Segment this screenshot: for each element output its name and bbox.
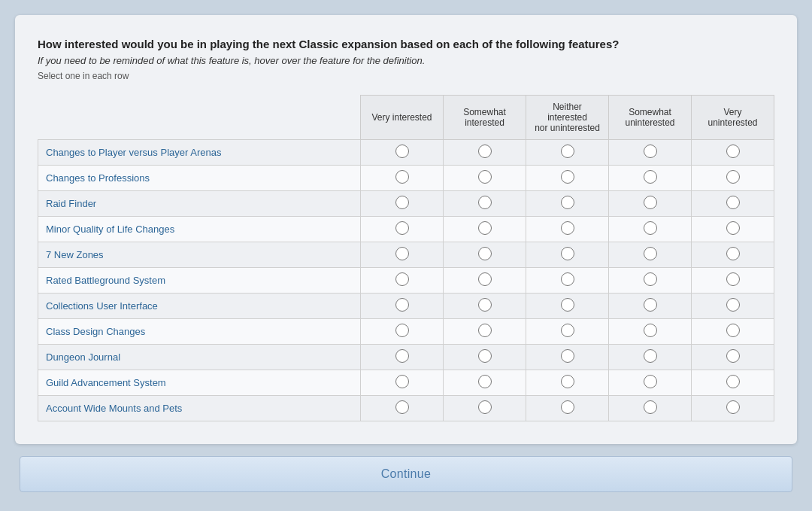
radio-input[interactable] — [644, 247, 657, 260]
radio-input[interactable] — [395, 170, 409, 184]
radio-input[interactable] — [478, 221, 492, 235]
radio-input[interactable] — [478, 247, 492, 260]
radio-input[interactable] — [561, 324, 574, 337]
radio-input[interactable] — [726, 298, 740, 312]
radio-cell[interactable] — [361, 268, 444, 294]
radio-input[interactable] — [726, 144, 740, 158]
radio-cell[interactable] — [526, 294, 609, 319]
radio-input[interactable] — [726, 196, 740, 209]
radio-input[interactable] — [395, 375, 409, 388]
radio-cell[interactable] — [361, 191, 444, 217]
radio-input[interactable] — [644, 400, 657, 414]
radio-cell[interactable] — [692, 166, 774, 191]
radio-input[interactable] — [561, 170, 574, 184]
radio-cell[interactable] — [444, 294, 526, 319]
radio-cell[interactable] — [444, 319, 526, 345]
radio-cell[interactable] — [444, 166, 526, 191]
radio-cell[interactable] — [526, 396, 609, 421]
radio-cell[interactable] — [526, 370, 609, 396]
radio-input[interactable] — [395, 272, 409, 286]
radio-input[interactable] — [395, 324, 409, 337]
radio-input[interactable] — [644, 144, 657, 158]
radio-cell[interactable] — [692, 370, 774, 396]
radio-input[interactable] — [395, 247, 409, 260]
radio-input[interactable] — [726, 324, 740, 337]
radio-cell[interactable] — [692, 140, 774, 166]
radio-input[interactable] — [644, 170, 657, 184]
radio-cell[interactable] — [526, 242, 609, 268]
radio-input[interactable] — [726, 170, 740, 184]
radio-cell[interactable] — [692, 217, 774, 242]
radio-input[interactable] — [395, 349, 409, 363]
radio-cell[interactable] — [692, 345, 774, 370]
radio-input[interactable] — [561, 272, 574, 286]
radio-cell[interactable] — [609, 319, 692, 345]
radio-input[interactable] — [726, 375, 740, 388]
radio-input[interactable] — [478, 144, 492, 158]
radio-cell[interactable] — [361, 319, 444, 345]
radio-cell[interactable] — [526, 217, 609, 242]
radio-input[interactable] — [561, 196, 574, 209]
radio-cell[interactable] — [526, 191, 609, 217]
radio-input[interactable] — [395, 196, 409, 209]
radio-cell[interactable] — [692, 242, 774, 268]
radio-cell[interactable] — [692, 319, 774, 345]
radio-cell[interactable] — [692, 396, 774, 421]
radio-input[interactable] — [726, 272, 740, 286]
continue-button[interactable]: Continue — [20, 456, 792, 492]
radio-cell[interactable] — [444, 370, 526, 396]
radio-input[interactable] — [644, 375, 657, 388]
radio-cell[interactable] — [692, 268, 774, 294]
radio-cell[interactable] — [361, 370, 444, 396]
radio-cell[interactable] — [526, 140, 609, 166]
radio-cell[interactable] — [609, 396, 692, 421]
radio-cell[interactable] — [609, 242, 692, 268]
radio-cell[interactable] — [444, 217, 526, 242]
radio-input[interactable] — [561, 144, 574, 158]
radio-input[interactable] — [478, 400, 492, 414]
radio-cell[interactable] — [361, 396, 444, 421]
radio-input[interactable] — [395, 400, 409, 414]
radio-input[interactable] — [478, 349, 492, 363]
radio-cell[interactable] — [609, 268, 692, 294]
radio-cell[interactable] — [609, 191, 692, 217]
radio-cell[interactable] — [609, 370, 692, 396]
radio-cell[interactable] — [692, 294, 774, 319]
radio-input[interactable] — [395, 144, 409, 158]
radio-input[interactable] — [478, 272, 492, 286]
radio-input[interactable] — [478, 196, 492, 209]
radio-input[interactable] — [395, 221, 409, 235]
radio-cell[interactable] — [526, 345, 609, 370]
radio-cell[interactable] — [361, 345, 444, 370]
radio-cell[interactable] — [361, 217, 444, 242]
radio-cell[interactable] — [444, 140, 526, 166]
radio-cell[interactable] — [609, 294, 692, 319]
radio-cell[interactable] — [692, 191, 774, 217]
radio-cell[interactable] — [361, 242, 444, 268]
radio-cell[interactable] — [526, 319, 609, 345]
radio-cell[interactable] — [444, 191, 526, 217]
radio-input[interactable] — [726, 349, 740, 363]
radio-input[interactable] — [561, 221, 574, 235]
radio-cell[interactable] — [444, 242, 526, 268]
radio-input[interactable] — [644, 221, 657, 235]
radio-cell[interactable] — [609, 140, 692, 166]
radio-input[interactable] — [478, 298, 492, 312]
radio-input[interactable] — [561, 349, 574, 363]
radio-input[interactable] — [644, 298, 657, 312]
radio-cell[interactable] — [444, 268, 526, 294]
radio-cell[interactable] — [361, 140, 444, 166]
radio-input[interactable] — [395, 298, 409, 312]
radio-cell[interactable] — [609, 166, 692, 191]
radio-input[interactable] — [644, 196, 657, 209]
radio-input[interactable] — [561, 298, 574, 312]
radio-input[interactable] — [726, 400, 740, 414]
radio-input[interactable] — [644, 349, 657, 363]
radio-input[interactable] — [726, 247, 740, 260]
radio-input[interactable] — [561, 400, 574, 414]
radio-cell[interactable] — [444, 345, 526, 370]
radio-input[interactable] — [644, 324, 657, 337]
radio-cell[interactable] — [609, 345, 692, 370]
radio-input[interactable] — [644, 272, 657, 286]
radio-input[interactable] — [726, 221, 740, 235]
